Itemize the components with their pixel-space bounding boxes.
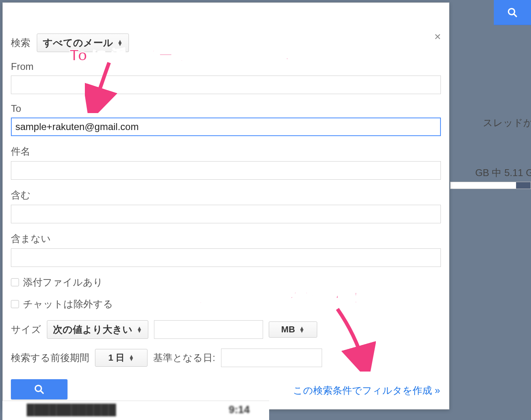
bg-storage-text: GB 中 5.11 G [475, 166, 531, 179]
from-input[interactable] [11, 76, 441, 94]
period-row: 検索する前後期間 1 日 ▲▼ 基準となる日: [11, 349, 441, 367]
has-words-label: 含む [11, 189, 441, 202]
base-date-label: 基準となる日: [153, 351, 215, 364]
header-search-button[interactable] [494, 0, 531, 25]
period-value: 1 日 [108, 352, 124, 364]
search-icon [507, 7, 518, 18]
arrow-icon [331, 307, 376, 372]
annotation-top: To に 派生メールアドレスを登録 [70, 45, 299, 66]
svg-line-3 [40, 391, 43, 393]
search-scope-label: 検索 [11, 36, 30, 49]
arrow-icon [85, 61, 117, 113]
has-attachment-label: 添付ファイルあり [23, 276, 103, 289]
exclude-chat-label: チャットは除外する [23, 298, 113, 311]
updown-icon: ▲▼ [137, 327, 142, 332]
annotation-bottom: フィルタを作成すると便利！ [161, 288, 364, 308]
updown-icon: ▲▼ [129, 355, 134, 361]
to-input[interactable] [11, 118, 441, 136]
subject-input[interactable] [11, 161, 441, 180]
close-button[interactable]: × [434, 31, 441, 42]
search-icon [34, 384, 44, 395]
size-compare-select[interactable]: 次の値より大きい ▲▼ [47, 320, 148, 339]
size-unit-value: MB [281, 324, 295, 335]
has-attachment-checkbox[interactable] [11, 278, 19, 286]
subject-label: 件名 [11, 145, 441, 158]
period-select[interactable]: 1 日 ▲▼ [95, 349, 148, 367]
create-filter-link[interactable]: この検索条件でフィルタを作成 » [293, 384, 440, 397]
bg-thread-text: スレッドか [483, 116, 531, 129]
svg-line-1 [514, 14, 516, 17]
not-has-words-input[interactable] [11, 248, 441, 267]
bg-list-row: ████████████ 9:14 [2, 401, 269, 420]
exclude-chat-checkbox[interactable] [11, 300, 19, 308]
period-label: 検索する前後期間 [11, 351, 89, 364]
size-compare-value: 次の値より大きい [53, 323, 133, 336]
base-date-input[interactable] [221, 349, 322, 367]
not-has-words-label: 含まない [11, 232, 441, 245]
to-label: To [11, 103, 441, 114]
size-unit-select[interactable]: MB ▲▼ [269, 321, 317, 338]
storage-bar [450, 182, 531, 189]
search-button[interactable] [11, 379, 67, 399]
bg-time: 9:14 [229, 403, 250, 416]
has-attachment-row[interactable]: 添付ファイルあり [11, 276, 441, 289]
size-label: サイズ [11, 323, 41, 336]
size-row: サイズ 次の値より大きい ▲▼ MB ▲▼ [11, 320, 441, 339]
has-words-input[interactable] [11, 205, 441, 223]
updown-icon: ▲▼ [299, 327, 305, 332]
size-value-input[interactable] [154, 320, 263, 339]
updown-icon: ▲▼ [117, 40, 123, 46]
